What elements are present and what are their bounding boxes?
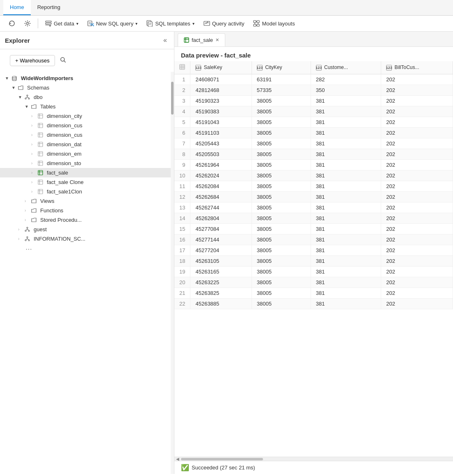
toolbar: Get data ▾ SQL New SQL query ▾ SQL templ… [0, 16, 453, 32]
cell-citykey: 38005 [252, 267, 311, 277]
cell-customer: 381 [311, 288, 381, 299]
tree-item-dimension-sto[interactable]: › dimension_sto [0, 159, 171, 168]
chevron-tables: ▼ [25, 104, 30, 109]
cell-billtocus: 202 [381, 149, 453, 160]
folder-icon-tables [31, 104, 37, 109]
explorer-scroll-thumb [171, 82, 174, 115]
horizontal-scrollbar[interactable]: ◀ [174, 457, 453, 461]
svg-rect-33 [180, 64, 185, 69]
cell-citykey: 38005 [252, 277, 311, 288]
table-row: 11 45262084 38005 381 202 [174, 181, 453, 192]
cell-citykey: 38005 [252, 138, 311, 149]
table-row: 19 45263165 38005 381 202 [174, 267, 453, 277]
chevron-fact-sale: › [31, 170, 36, 175]
svg-rect-23 [38, 170, 43, 175]
settings-button[interactable] [21, 18, 34, 29]
row-num: 12 [174, 192, 190, 202]
cell-salekey: 45191043 [190, 117, 252, 128]
collapse-button[interactable]: « [161, 36, 169, 45]
svg-point-26 [27, 227, 28, 228]
get-data-arrow: ▾ [76, 21, 78, 26]
fact-sale-tab[interactable]: fact_sale ✕ [178, 33, 225, 46]
data-preview-header: Data preview - fact_sale [174, 47, 453, 61]
tree-item-guest[interactable]: › guest [0, 225, 171, 234]
warehouses-button[interactable]: + Warehouses [10, 55, 55, 66]
row-num: 18 [174, 256, 190, 267]
tree-item-functions[interactable]: › Functions [0, 206, 171, 215]
chevron-functions: › [25, 208, 30, 213]
tab-reporting[interactable]: Reporting [31, 0, 67, 15]
tree-item-stored-proc[interactable]: › Stored Procedu... [0, 215, 171, 225]
row-num: 11 [174, 181, 190, 192]
cell-billtocus: 202 [381, 74, 453, 85]
row-num: 10 [174, 170, 190, 181]
new-sql-query-button[interactable]: SQL New SQL query ▾ [84, 18, 141, 29]
sql-templates-icon [146, 20, 153, 27]
svg-point-30 [25, 240, 26, 241]
table-header-row: 123 SaleKey 123 CityKey 123 Custome... [174, 61, 453, 74]
tree-item-dimension-cus1[interactable]: › dimension_cus [0, 121, 171, 130]
cell-citykey: 63191 [252, 74, 311, 85]
tree-item-tables[interactable]: ▼ Tables [0, 102, 171, 111]
fact-sale-tab-label: fact_sale [192, 37, 213, 43]
tab-home[interactable]: Home [3, 0, 31, 15]
tree-item-dimension-em[interactable]: › dimension_em [0, 149, 171, 159]
tree-item-more[interactable]: ⋯ [0, 244, 171, 255]
table-row: 9 45261964 38005 381 202 [174, 160, 453, 170]
table-icon-dim-dat [38, 142, 43, 147]
svg-rect-2 [46, 23, 51, 24]
chevron-fact-clone: › [31, 180, 36, 184]
search-button[interactable] [60, 57, 66, 64]
scroll-thumb[interactable] [181, 458, 263, 460]
cell-billtocus: 202 [381, 224, 453, 235]
model-layouts-button[interactable]: Model layouts [249, 18, 298, 29]
main-layout: Explorer « + Warehouses ▼ [0, 32, 453, 474]
tree-item-dimension-dat[interactable]: › dimension_dat [0, 140, 171, 149]
tree-item-dbo[interactable]: ▼ dbo [0, 92, 171, 102]
tree-item-views[interactable]: › Views [0, 196, 171, 206]
col-header-billtocus: 123 BillToCus... [381, 61, 453, 74]
close-tab-button[interactable]: ✕ [215, 37, 219, 43]
tree-item-info-sc[interactable]: › INFORMATION_SC... [0, 234, 171, 244]
tree-item-fact-sale-clone[interactable]: › fact_sale Clone [0, 177, 171, 187]
cell-salekey: 45263225 [190, 277, 252, 288]
tree-item-fact-sale[interactable]: › fact_sale [0, 168, 171, 177]
get-data-button[interactable]: Get data ▾ [41, 18, 82, 29]
cell-salekey: 24608071 [190, 74, 252, 85]
row-num: 9 [174, 160, 190, 170]
cell-billtocus: 202 [381, 96, 453, 106]
schema-icon-guest [25, 227, 30, 232]
tree-item-dimension-city[interactable]: › dimension_city [0, 111, 171, 121]
tree-label-stored-proc: Stored Procedu... [40, 217, 82, 223]
tree-label-views: Views [40, 198, 54, 204]
tree-item-fact-sale1clon[interactable]: › fact_sale1Clon [0, 187, 171, 196]
svg-rect-32 [184, 38, 189, 42]
cell-customer: 381 [311, 117, 381, 128]
row-num: 6 [174, 128, 190, 138]
status-text: Succeeded (27 sec 21 ms) [192, 465, 255, 471]
svg-point-16 [28, 98, 30, 99]
chevron-dim-cus1: › [31, 123, 36, 128]
tree-label-tables: Tables [40, 103, 56, 110]
cell-customer: 381 [311, 235, 381, 245]
row-num: 15 [174, 224, 190, 235]
tree-item-wideworldimporters[interactable]: ▼ WideWorldImporters [0, 74, 171, 83]
cell-billtocus: 202 [381, 192, 453, 202]
refresh-button[interactable] [5, 18, 19, 29]
settings-icon [24, 20, 31, 27]
status-bar: ✅ Succeeded (27 sec 21 ms) [174, 461, 453, 474]
col-header-salekey: 123 SaleKey [190, 61, 252, 74]
explorer-title: Explorer [5, 37, 30, 44]
query-activity-button[interactable]: Query activity [200, 18, 248, 29]
table-icon-dim-city [38, 113, 43, 119]
sql-templates-button[interactable]: SQL templates ▾ [143, 18, 198, 29]
tree-item-dimension-cus2[interactable]: › dimension_cus [0, 130, 171, 140]
svg-point-0 [27, 23, 29, 25]
explorer-scrollbar[interactable] [171, 72, 174, 474]
tree-scroll: ▼ WideWorldImporters ▼ [0, 72, 171, 474]
table-body: 1 24608071 63191 282 202 2 42812468 5733… [174, 74, 453, 309]
tree-item-schemas[interactable]: ▼ Schemas [0, 83, 171, 92]
row-num: 1 [174, 74, 190, 85]
chevron-dim-cus2: › [31, 133, 36, 137]
svg-rect-11 [257, 24, 259, 26]
